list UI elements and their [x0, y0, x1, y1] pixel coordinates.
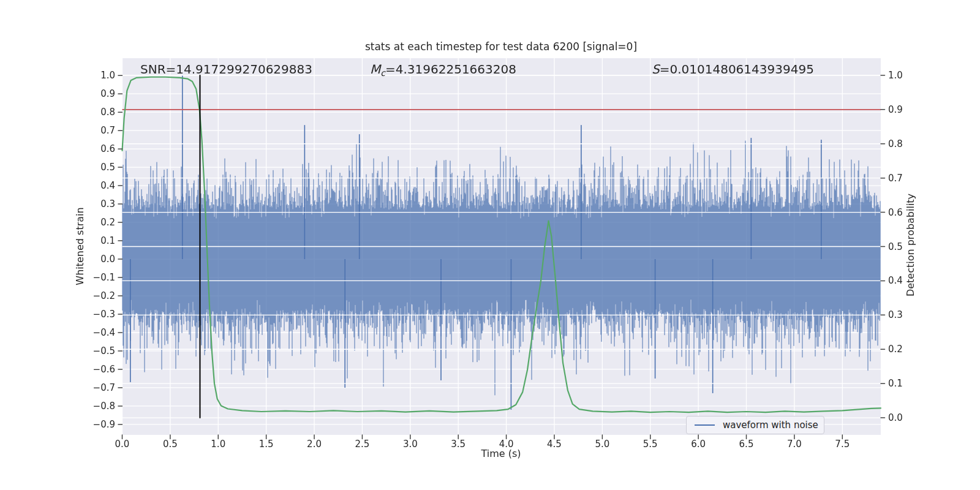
y-right-tick-label: 0.6 — [888, 206, 930, 219]
x-tick-label: 3.0 — [392, 437, 429, 451]
x-tick-label: 7.0 — [776, 437, 813, 451]
x-tick-label: 6.5 — [728, 437, 765, 451]
x-tick-label: 1.5 — [248, 437, 285, 451]
y-right-tick-label: 0.7 — [888, 172, 930, 185]
stat-mc-subscript: c — [380, 68, 385, 78]
y-left-tick-label: −0.1 — [74, 271, 115, 284]
y-right-tick-label: 0.1 — [888, 377, 930, 390]
y-left-tick-label: 0.8 — [74, 105, 115, 119]
y-left-tick-label: −0.7 — [74, 381, 115, 394]
stat-snr: SNR=14.917299270629883 — [140, 62, 312, 77]
y-left-tick-label: −0.8 — [74, 399, 115, 413]
y-right-tick-label: 0.4 — [888, 274, 930, 287]
stat-mc-symbol: M — [370, 62, 380, 77]
y-left-tick-label: −0.9 — [74, 418, 115, 431]
y-left-tick-label: 0.0 — [74, 252, 115, 266]
y-left-tick-label: 0.9 — [74, 87, 115, 100]
x-tick-label: 6.0 — [680, 437, 717, 451]
y-right-tick-label: 1.0 — [888, 69, 930, 82]
y-right-tick-label: 0.2 — [888, 342, 930, 356]
y-left-tick-label: −0.3 — [74, 307, 115, 321]
figure: stats at each timestep for test data 620… — [0, 0, 980, 490]
stat-mc: Mc=4.31962251663208 — [370, 62, 516, 78]
x-tick-label: 5.0 — [584, 437, 620, 451]
y-left-tick-label: 0.4 — [74, 179, 115, 192]
stat-mc-value: =4.31962251663208 — [385, 62, 516, 77]
x-tick-label: 1.0 — [200, 437, 236, 451]
x-tick-label: 5.5 — [632, 437, 669, 451]
stat-s-symbol: S — [652, 62, 660, 77]
y-right-tick-label: 0.8 — [888, 137, 930, 151]
y-left-tick-label: 0.2 — [74, 216, 115, 229]
legend: waveform with noise — [686, 416, 824, 434]
y-left-tick-label: 0.1 — [74, 234, 115, 247]
y-left-tick-label: −0.5 — [74, 344, 115, 358]
y-right-tick-label: 0.5 — [888, 240, 930, 254]
y-left-tick-label: −0.6 — [74, 363, 115, 376]
x-tick-label: 7.5 — [824, 437, 861, 451]
stat-s: S=0.01014806143939495 — [652, 62, 814, 77]
y-right-tick-label: 0.3 — [888, 308, 930, 322]
y-left-tick-label: −0.2 — [74, 289, 115, 303]
x-tick-label: 0.5 — [152, 437, 189, 451]
y-left-tick-label: 0.7 — [74, 124, 115, 137]
x-tick-label: 4.5 — [536, 437, 573, 451]
y-left-tick-label: 0.6 — [74, 142, 115, 156]
x-tick-label: 2.0 — [296, 437, 333, 451]
y-right-tick-label: 0.0 — [888, 411, 930, 424]
y-left-tick-label: 0.3 — [74, 197, 115, 211]
stat-s-value: =0.01014806143939495 — [660, 62, 814, 77]
x-tick-label: 4.0 — [488, 437, 525, 451]
y-left-tick-label: 1.0 — [74, 69, 115, 82]
x-tick-label: 3.5 — [440, 437, 477, 451]
chart-title: stats at each timestep for test data 620… — [0, 40, 980, 53]
legend-line-sample-icon — [695, 424, 715, 426]
x-tick-label: 2.5 — [344, 437, 380, 451]
legend-label: waveform with noise — [723, 420, 818, 431]
y-right-tick-label: 0.9 — [888, 103, 930, 116]
x-tick-label: 0.0 — [104, 437, 141, 451]
y-left-tick-label: −0.4 — [74, 326, 115, 339]
y-left-tick-label: 0.5 — [74, 160, 115, 174]
